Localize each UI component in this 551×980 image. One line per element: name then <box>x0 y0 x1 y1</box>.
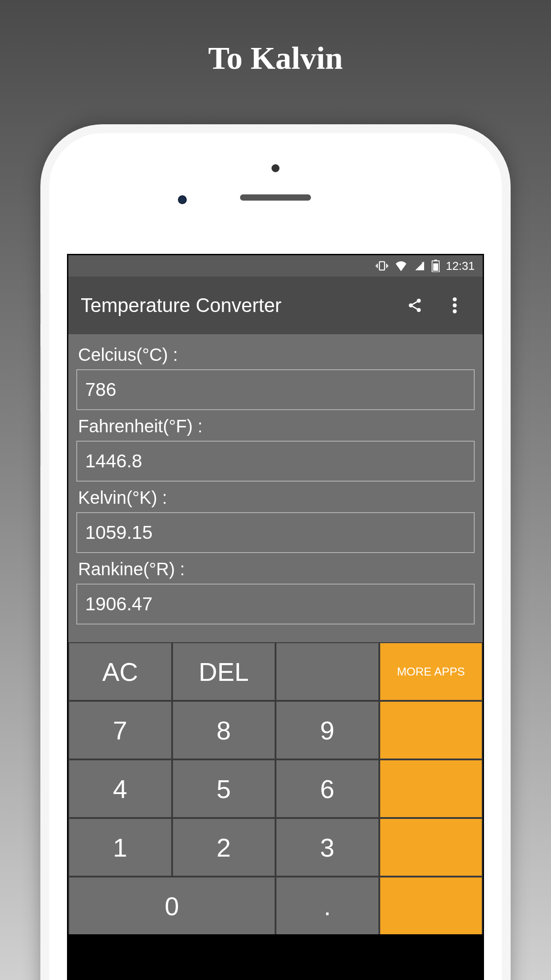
celcius-input[interactable] <box>76 369 475 410</box>
svg-point-14 <box>453 297 457 301</box>
svg-rect-0 <box>379 262 385 270</box>
phone-camera-icon <box>178 195 187 204</box>
key-del[interactable]: DEL <box>173 643 275 700</box>
phone-speaker <box>240 194 311 201</box>
fahrenheit-input[interactable] <box>76 441 475 482</box>
key-8[interactable]: 8 <box>173 702 275 759</box>
wifi-icon <box>394 261 408 271</box>
key-4[interactable]: 4 <box>69 760 171 817</box>
app-bar: Temperature Converter <box>68 277 483 334</box>
rankine-label: Rankine(°R) : <box>76 553 475 584</box>
battery-icon <box>432 260 440 272</box>
key-0[interactable]: 0 <box>69 877 275 934</box>
key-orange-row4[interactable] <box>380 877 482 934</box>
svg-point-11 <box>417 308 421 312</box>
key-empty <box>276 643 378 700</box>
key-more-apps[interactable]: MORE APPS <box>380 643 482 700</box>
status-bar: x 12:31 <box>68 255 483 277</box>
key-dot[interactable]: . <box>276 877 378 934</box>
phone-screen: x 12:31 Temperature Converter Celcius(°C… <box>67 254 484 980</box>
svg-text:x: x <box>421 261 424 265</box>
key-orange-row1[interactable] <box>380 702 482 759</box>
key-1[interactable]: 1 <box>69 819 171 876</box>
key-orange-row2[interactable] <box>380 760 482 817</box>
signal-icon: x <box>414 261 425 271</box>
phone-frame: x 12:31 Temperature Converter Celcius(°C… <box>40 124 511 980</box>
key-ac[interactable]: AC <box>69 643 171 700</box>
svg-rect-8 <box>433 263 438 271</box>
svg-line-13 <box>413 306 417 309</box>
svg-point-10 <box>409 304 413 308</box>
key-5[interactable]: 5 <box>173 760 275 817</box>
share-icon[interactable] <box>399 290 430 321</box>
page-title: To Kalvin <box>0 0 551 77</box>
svg-point-16 <box>453 309 457 313</box>
kelvin-input[interactable] <box>76 512 475 553</box>
keypad: AC DEL MORE APPS 7 8 9 4 5 6 1 2 3 0 . <box>68 642 483 934</box>
more-vertical-icon[interactable] <box>439 290 470 321</box>
svg-line-12 <box>413 302 417 304</box>
key-3[interactable]: 3 <box>276 819 378 876</box>
status-time: 12:31 <box>446 259 475 273</box>
phone-camera-dot <box>272 164 279 172</box>
app-title: Temperature Converter <box>81 294 390 316</box>
converter-content: Celcius(°C) : Fahrenheit(°F) : Kelvin(°K… <box>68 334 483 642</box>
svg-rect-7 <box>434 260 437 261</box>
celcius-label: Celcius(°C) : <box>76 339 475 369</box>
key-9[interactable]: 9 <box>276 702 378 759</box>
key-7[interactable]: 7 <box>69 702 171 759</box>
svg-point-9 <box>417 299 421 303</box>
rankine-input[interactable] <box>76 584 475 624</box>
kelvin-label: Kelvin(°K) : <box>76 482 475 512</box>
key-6[interactable]: 6 <box>276 760 378 817</box>
fahrenheit-label: Fahrenheit(°F) : <box>76 410 475 441</box>
key-2[interactable]: 2 <box>173 819 275 876</box>
vibrate-icon <box>376 260 388 272</box>
key-orange-row3[interactable] <box>380 819 482 876</box>
svg-point-15 <box>453 304 457 308</box>
